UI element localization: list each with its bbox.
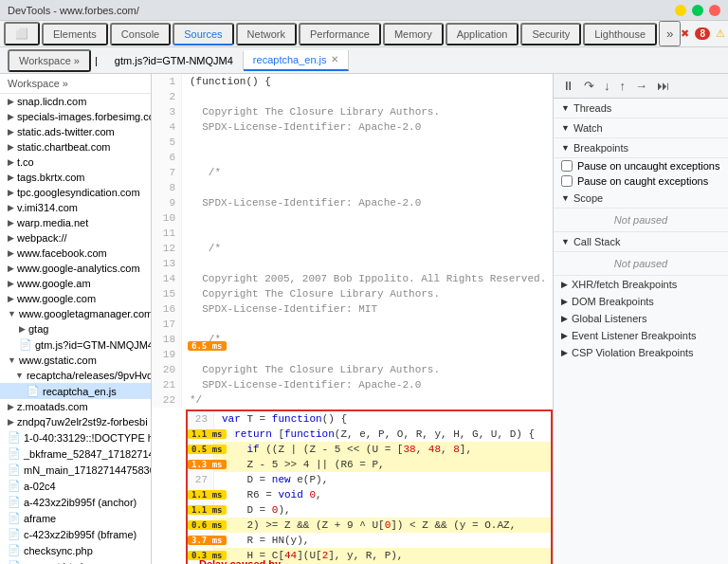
code-line-31: 31 R = HN(y), — [188, 533, 551, 548]
csp-arrow-icon: ▶ — [561, 348, 568, 357]
scope-section-header[interactable]: ▼ Scope — [554, 189, 728, 209]
nav-tab-lighthouse[interactable]: Lighthouse — [583, 23, 657, 45]
dom-breakpoints-row[interactable]: ▶ DOM Breakpoints — [554, 293, 728, 310]
close-tab-icon[interactable]: ✕ — [331, 54, 338, 64]
code-line-29: 29 D = 0), — [188, 502, 551, 518]
highlighted-code-block: 23var T = function() { 24 return [functi… — [186, 409, 553, 564]
step-out-button[interactable]: ↑ — [617, 78, 629, 94]
file-item-vimi[interactable]: ▶v.imi314.com — [0, 200, 151, 215]
sources-toolbar: Workspace » | gtm.js?id=GTM-NMQJM4 recap… — [0, 47, 728, 74]
pause-uncaught-checkbox[interactable] — [561, 160, 573, 172]
file-item-doctype[interactable]: 📄1-0-40:33129::!DOCTYPE htm — [0, 429, 151, 446]
file-item-aframe[interactable]: 📄aframe — [0, 510, 151, 526]
workspace-header[interactable]: Workspace » — [0, 74, 151, 94]
nav-tab-inspect[interactable]: ⬜ — [4, 22, 40, 45]
close-button[interactable] — [709, 5, 720, 16]
file-item-checksync[interactable]: 📄checksync.php — [0, 542, 151, 558]
breakpoints-section-header[interactable]: ▼ Breakpoints — [554, 138, 728, 158]
threads-section-header[interactable]: ▼ Threads — [554, 99, 728, 118]
breakpoints-arrow-icon: ▼ — [561, 143, 570, 153]
call-stack-not-paused: Not paused — [554, 252, 728, 276]
file-item-warp[interactable]: ▶warp.media.net — [0, 215, 151, 230]
right-panel: ⏸ ↷ ↓ ↑ → ⏭ ▼ Threads ▼ Watch ▼ Breakpoi… — [553, 74, 728, 564]
file-item-specials[interactable]: ▶specials-images.forbesimg.co — [0, 109, 151, 124]
file-item-chartbeat[interactable]: ▶static.chartbeat.com — [0, 139, 151, 155]
scope-not-paused: Not paused — [554, 209, 728, 232]
file-item-zndpq[interactable]: ▶zndpq7uw2elr2st9z-forbesbi — [0, 414, 151, 429]
code-line-6: 6 — [152, 150, 553, 165]
pause-caught-row: Pause on caught exceptions — [554, 173, 728, 189]
file-item-anchor[interactable]: 📄a-423xz2ib995f (anchor) — [0, 494, 151, 510]
code-line-11: 11 — [152, 226, 553, 241]
file-item-google[interactable]: ▶www.google.com — [0, 291, 151, 306]
file-item-zmoatads[interactable]: ▶z.moatads.com — [0, 399, 151, 414]
file-item-connect[interactable]: 📄connect.html — [0, 558, 151, 564]
nav-tab-console[interactable]: Console — [110, 23, 171, 45]
file-item-tags[interactable]: ▶tags.bkrtx.com — [0, 170, 151, 185]
recaptcha-source-tab[interactable]: recaptcha_en.js ✕ — [244, 50, 349, 71]
file-item-gstatic[interactable]: ▼www.gstatic.com — [0, 353, 151, 368]
file-item-gtm[interactable]: ▼www.googletagmanager.com — [0, 306, 151, 321]
step-over-button[interactable]: ↷ — [581, 78, 597, 94]
call-stack-section-header[interactable]: ▼ Call Stack — [554, 232, 728, 252]
nav-tab-application[interactable]: Application — [446, 23, 519, 45]
csp-violations-label: CSP Violation Breakpoints — [572, 347, 694, 358]
code-line-8: 8 — [152, 180, 553, 195]
left-panel: Workspace » ▶snap.licdn.com ▶specials-im… — [0, 74, 152, 564]
nav-tab-memory[interactable]: Memory — [383, 23, 444, 45]
code-line-5: 5 — [152, 135, 553, 150]
file-tree: ▶snap.licdn.com ▶specials-images.forbesi… — [0, 94, 151, 564]
event-listener-breakpoints-row[interactable]: ▶ Event Listener Breakpoints — [554, 327, 728, 344]
maximize-button[interactable] — [692, 5, 703, 16]
file-item-bframe[interactable]: 📄c-423xz2ib995f (bframe) — [0, 526, 151, 542]
xhr-arrow-icon: ▶ — [561, 280, 568, 289]
csp-breakpoints-row[interactable]: ▶ CSP Violation Breakpoints — [554, 344, 728, 361]
file-item-googleam[interactable]: ▶www.google.am — [0, 276, 151, 291]
nav-more-button[interactable]: » — [659, 21, 681, 46]
step-into-button[interactable]: ↓ — [601, 78, 613, 94]
file-item-recaptcha-en[interactable]: 📄recaptcha_en.js — [0, 383, 151, 399]
file-item-recaptcha-folder[interactable]: ▼recaptcha/releases/9pvHvq — [0, 368, 151, 383]
file-item-a02c4[interactable]: 📄a-02c4 — [0, 478, 151, 494]
center-panel: 1(function() { 2 3 Copyright The Closure… — [152, 74, 553, 564]
step-button[interactable]: → — [632, 78, 650, 94]
file-item-snap[interactable]: ▶snap.licdn.com — [0, 94, 151, 109]
file-item-facebook[interactable]: ▶www.facebook.com — [0, 246, 151, 261]
xhr-breakpoints-row[interactable]: ▶ XHR/fetch Breakpoints — [554, 276, 728, 293]
file-item-static-ads[interactable]: ▶static.ads-twitter.com — [0, 124, 151, 139]
call-stack-arrow-icon: ▼ — [561, 237, 570, 246]
file-item-tco[interactable]: ▶t.co — [0, 155, 151, 170]
global-listeners-label: Global Listeners — [572, 313, 647, 324]
watch-section-header[interactable]: ▼ Watch — [554, 118, 728, 138]
minimize-button[interactable] — [675, 5, 686, 16]
nav-tab-security[interactable]: Security — [520, 23, 581, 45]
toolbar-separator: | — [95, 55, 98, 66]
threads-label: Threads — [573, 102, 611, 114]
threads-arrow-icon: ▼ — [561, 103, 570, 113]
code-line-15: 15 Copyright The Closure Library Authors… — [152, 286, 553, 301]
nav-tab-elements[interactable]: Elements — [42, 23, 108, 45]
nav-tabs: ⬜ Elements Console Sources Network Perfo… — [4, 21, 681, 46]
file-item-bkframe[interactable]: 📄_bkframe_52847_171827145 — [0, 446, 151, 462]
pause-uncaught-label: Pause on uncaught exceptions — [577, 160, 719, 172]
workspace-tab[interactable]: Workspace » — [8, 49, 91, 72]
watch-arrow-icon: ▼ — [561, 123, 570, 133]
pause-button[interactable]: ⏸ — [559, 78, 577, 94]
file-item-gtag[interactable]: ▶gtag — [0, 321, 151, 337]
code-line-26: 26 Z - 5 >> 4 || (R6 = P, — [188, 457, 551, 472]
code-line-13: 13 — [152, 256, 553, 271]
deactivate-breakpoints-button[interactable]: ⏭ — [654, 78, 672, 94]
error-badge: 8 — [695, 27, 710, 40]
file-item-ga[interactable]: ▶www.google-analytics.com — [0, 261, 151, 276]
gtm-source-tab[interactable]: gtm.js?id=GTM-NMQJM4 — [105, 51, 244, 70]
nav-tab-sources[interactable]: Sources — [173, 23, 233, 45]
file-item-mn-main[interactable]: 📄mN_main_17182714475830 — [0, 462, 151, 478]
nav-tab-network[interactable]: Network — [236, 23, 297, 45]
nav-tab-performance[interactable]: Performance — [299, 23, 381, 45]
file-item-webpack[interactable]: ▶webpack:// — [0, 230, 151, 246]
code-editor[interactable]: 1(function() { 2 3 Copyright The Closure… — [152, 74, 553, 564]
pause-caught-checkbox[interactable] — [561, 175, 573, 187]
file-item-tpc[interactable]: ▶tpc.googlesyndication.com — [0, 185, 151, 200]
file-item-gtm-js[interactable]: 📄gtm.js?id=GTM-NMQJM4 — [0, 337, 151, 353]
global-listeners-row[interactable]: ▶ Global Listeners — [554, 310, 728, 327]
